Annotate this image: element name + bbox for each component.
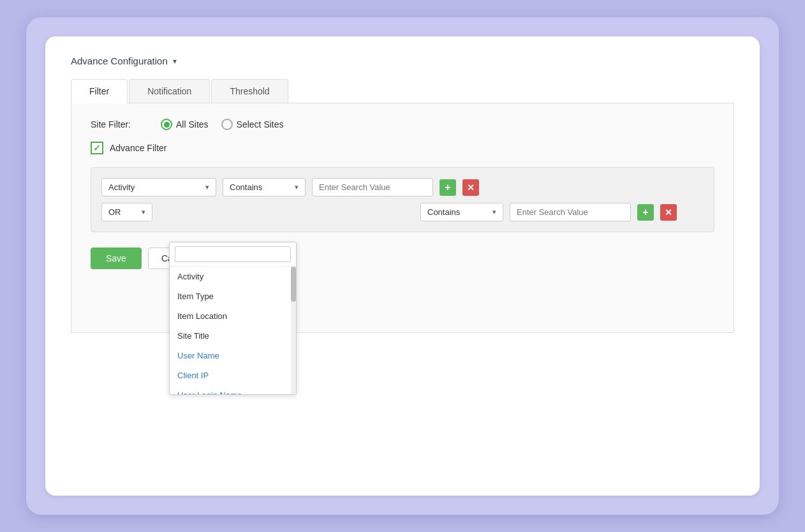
condition-select-2-caret: ▾ [492, 208, 496, 216]
checkmark-icon: ✓ [93, 143, 101, 153]
tab-filter[interactable]: Filter [71, 79, 128, 103]
advance-config-chevron: ▾ [173, 57, 177, 66]
radio-select-sites[interactable]: Select Sites [221, 119, 284, 130]
radio-select-sites-label: Select Sites [237, 119, 284, 129]
remove-filter-button-1[interactable]: ✕ [462, 179, 479, 196]
condition-select-1-caret: ▾ [295, 183, 299, 191]
condition-select-1[interactable]: Contains ▾ [223, 178, 306, 196]
condition-select-2-value: Contains [427, 207, 460, 217]
site-filter-radio-group: All Sites Select Sites [161, 119, 284, 130]
field-select-1-value: Activity [108, 182, 135, 192]
operator-select-2[interactable]: OR ▾ [101, 203, 152, 221]
site-filter-label: Site Filter: [91, 119, 148, 129]
search-input-1[interactable] [312, 178, 433, 196]
card: Advance Configuration ▾ Filter Notificat… [45, 36, 760, 496]
operator-select-2-caret: ▾ [142, 208, 145, 216]
filter-row-2: OR ▾ Activity Item Type Item Lo [101, 203, 704, 221]
dropdown-item-user-name[interactable]: User Name [170, 346, 296, 366]
field-dropdown-popup: Activity Item Type Item Location Site Ti… [169, 242, 297, 395]
advance-config-label: Advance Configuration [71, 55, 168, 66]
add-filter-button-1[interactable]: + [439, 179, 456, 196]
dropdown-item-item-type[interactable]: Item Type [170, 286, 296, 306]
dropdown-scrollbar-thumb [291, 267, 296, 302]
radio-all-sites-label: All Sites [176, 119, 209, 129]
condition-select-1-value: Contains [230, 182, 262, 192]
search-input-2[interactable] [510, 203, 631, 221]
advance-config-header[interactable]: Advance Configuration ▾ [71, 55, 734, 66]
field-select-1[interactable]: Activity ▾ [101, 178, 216, 196]
dropdown-item-activity[interactable]: Activity [170, 267, 296, 286]
tabs-container: Filter Notification Threshold [71, 79, 734, 103]
tab-notification[interactable]: Notification [129, 79, 210, 103]
advance-filter-checkbox[interactable]: ✓ [91, 142, 103, 154]
dropdown-list: Activity Item Type Item Location Site Ti… [170, 267, 296, 394]
remove-filter-button-2[interactable]: ✕ [660, 204, 677, 221]
dropdown-scrollbar[interactable] [291, 267, 296, 394]
advance-filter-row: ✓ Advance Filter [91, 142, 714, 154]
dropdown-search-input[interactable] [175, 246, 291, 262]
dropdown-item-site-title[interactable]: Site Title [170, 326, 296, 346]
operator-select-2-value: OR [108, 207, 121, 217]
field-select-1-caret: ▾ [205, 183, 209, 191]
save-button[interactable]: Save [91, 248, 142, 269]
content-area: Site Filter: All Sites Select Sites ✓ [71, 103, 734, 333]
dropdown-item-item-location[interactable]: Item Location [170, 306, 296, 326]
dropdown-item-client-ip[interactable]: Client IP [170, 366, 296, 385]
radio-all-sites[interactable]: All Sites [161, 119, 209, 130]
site-filter-row: Site Filter: All Sites Select Sites [91, 119, 714, 130]
radio-select-sites-circle [221, 119, 233, 130]
radio-all-sites-circle [161, 119, 172, 130]
filter-row-1: Activity ▾ Contains ▾ + ✕ [101, 178, 704, 196]
add-filter-button-2[interactable]: + [637, 204, 654, 221]
advance-filter-label: Advance Filter [110, 143, 166, 153]
dropdown-search-area [170, 242, 296, 267]
condition-select-2[interactable]: Contains ▾ [420, 203, 503, 221]
tab-threshold[interactable]: Threshold [211, 79, 288, 103]
dropdown-item-user-login-name[interactable]: User Login Name [170, 385, 296, 394]
outer-wrapper: Advance Configuration ▾ Filter Notificat… [26, 17, 779, 515]
filter-section: Activity ▾ Contains ▾ + ✕ OR ▾ [91, 167, 714, 232]
